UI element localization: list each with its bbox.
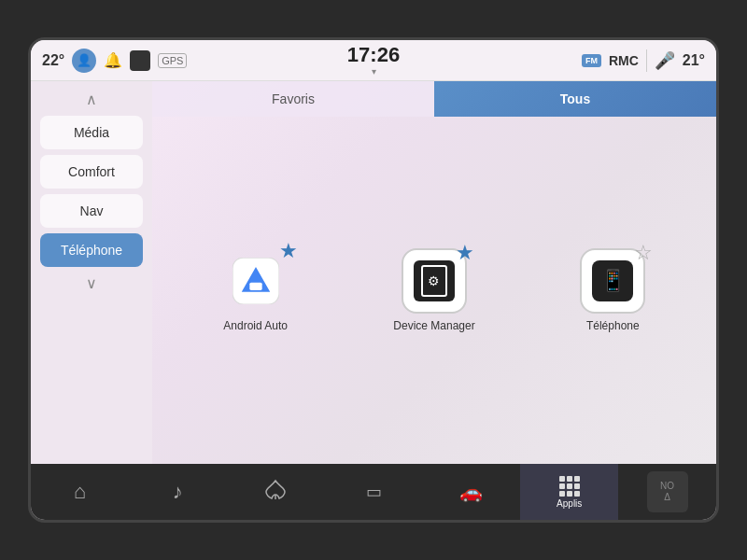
nav-up-chevron[interactable]: ∧ [86, 89, 97, 110]
separator [646, 49, 647, 72]
status-right: FM RMC 🎤 21° [484, 49, 705, 72]
gear-icon: ⚙ [428, 273, 440, 288]
main-screen: 22° 👤 🔔 GPS 17:26 ▾ FM RMC 🎤 21° ∧ Média… [28, 37, 719, 523]
tabs-row: Favoris Tous [152, 81, 716, 117]
temp-right: 21° [683, 52, 705, 69]
left-nav: ∧ Média Comfort Nav Téléphone ∨ [31, 81, 152, 464]
bottom-nav-comfort[interactable] [227, 464, 325, 520]
clock: 17:26 [347, 45, 400, 65]
bell-icon: 🔔 [104, 51, 122, 69]
device-manager-icon: ⚙ [414, 260, 455, 301]
device-manager-star: ★ [456, 241, 474, 265]
bottom-nav-music[interactable]: ♪ [129, 464, 227, 520]
bottom-nav-home[interactable]: ⌂ [31, 464, 129, 520]
device-manager-inner: ⚙ [421, 265, 447, 297]
comfort-icon [264, 479, 287, 506]
device-icon: ▭ [366, 482, 382, 502]
tab-favoris[interactable]: Favoris [152, 81, 434, 117]
nav-item-media[interactable]: Média [40, 116, 143, 149]
status-center: 17:26 ▾ [263, 45, 485, 77]
app-android-auto[interactable]: ★ Android Auto [223, 248, 289, 332]
telephone-star-empty: ☆ [634, 241, 653, 265]
android-auto-label: Android Auto [223, 319, 288, 332]
phone-icon: 📱 [600, 269, 626, 293]
no-box: NOΔ [647, 471, 688, 512]
status-bar: 22° 👤 🔔 GPS 17:26 ▾ FM RMC 🎤 21° [31, 40, 716, 81]
bottom-nav-applis[interactable]: Applis [520, 464, 618, 520]
applis-label: Applis [557, 498, 582, 509]
android-auto-icon [233, 258, 279, 304]
time-chevron[interactable]: ▾ [372, 66, 376, 77]
radio-badge: FM [582, 54, 601, 67]
bottom-nav-device[interactable]: ▭ [325, 464, 423, 520]
android-auto-icon-wrapper: ★ [223, 248, 289, 314]
telephone-label: Téléphone [586, 319, 640, 332]
app-telephone[interactable]: 📱 ☆ Téléphone [580, 248, 645, 332]
square-icon [130, 50, 150, 71]
grid-icon [559, 476, 580, 497]
temp-left: 22° [42, 52, 64, 69]
device-manager-icon-wrapper: ⚙ ★ [402, 248, 467, 314]
apps-grid: ★ Android Auto ⚙ ★ Device Manager [152, 117, 716, 464]
main-area: ∧ Média Comfort Nav Téléphone ∨ Favoris … [31, 81, 716, 464]
telephone-icon: 📱 [592, 260, 633, 301]
bottom-nav-no[interactable]: NOΔ [618, 464, 716, 520]
nav-down-chevron[interactable]: ∨ [86, 273, 97, 294]
device-manager-label: Device Manager [393, 319, 474, 332]
app-device-manager[interactable]: ⚙ ★ Device Manager [393, 248, 474, 332]
android-auto-star: ★ [279, 239, 298, 263]
nav-item-comfort[interactable]: Comfort [40, 155, 143, 189]
nav-item-telephone[interactable]: Téléphone [40, 233, 143, 267]
avatar-icon: 👤 [72, 49, 96, 73]
bottom-nav-car[interactable]: 🚗 [422, 464, 520, 520]
svg-rect-2 [249, 283, 261, 290]
radio-name: RMC [609, 53, 639, 68]
content-area: Favoris Tous ★ Android Auto [152, 81, 716, 464]
mic-icon[interactable]: 🎤 [655, 50, 675, 71]
no-label: NOΔ [660, 481, 674, 503]
nav-item-nav[interactable]: Nav [40, 194, 143, 228]
status-left: 22° 👤 🔔 GPS [42, 49, 263, 73]
telephone-icon-wrapper: 📱 ☆ [580, 248, 645, 314]
home-icon: ⌂ [74, 480, 86, 504]
bottom-nav: ⌂ ♪ ▭ 🚗 [31, 464, 716, 520]
music-icon: ♪ [173, 480, 183, 504]
car-icon: 🚗 [459, 481, 483, 503]
tab-tous[interactable]: Tous [434, 81, 716, 117]
gps-icon: GPS [158, 53, 187, 68]
